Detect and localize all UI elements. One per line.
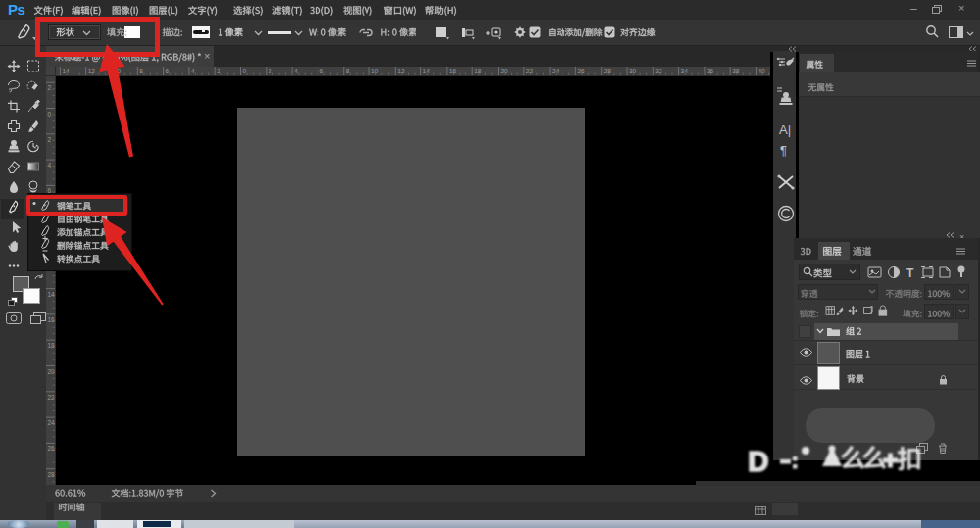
- svg-text:36: 36: [707, 68, 714, 74]
- svg-text:18: 18: [474, 68, 482, 74]
- svg-text:8: 8: [346, 68, 350, 74]
- svg-text:D: D: [748, 445, 769, 477]
- svg-text:12: 12: [397, 68, 405, 74]
- svg-text:10: 10: [114, 68, 122, 74]
- svg-text:¶: ¶: [780, 143, 787, 158]
- svg-text:2: 2: [48, 84, 52, 91]
- svg-text:16: 16: [48, 316, 56, 323]
- svg-text:34: 34: [681, 68, 689, 74]
- svg-text:A|: A|: [779, 122, 791, 137]
- svg-text:14: 14: [62, 68, 70, 74]
- svg-text:6: 6: [166, 68, 170, 74]
- svg-text:4: 4: [191, 68, 195, 74]
- svg-text:20: 20: [501, 68, 509, 74]
- svg-text:22: 22: [48, 394, 56, 401]
- svg-text:0: 0: [48, 111, 52, 118]
- svg-text:30: 30: [629, 68, 637, 74]
- svg-text:28: 28: [48, 471, 56, 478]
- svg-text:2: 2: [48, 136, 52, 143]
- svg-text:6: 6: [319, 68, 323, 74]
- svg-text:16: 16: [449, 68, 457, 74]
- svg-text:20: 20: [48, 368, 56, 375]
- svg-text:32: 32: [655, 68, 662, 74]
- svg-text:4: 4: [294, 68, 298, 74]
- svg-text:0: 0: [243, 68, 247, 74]
- svg-text:18: 18: [48, 342, 56, 349]
- svg-text:22: 22: [526, 68, 534, 74]
- svg-text:24: 24: [48, 419, 56, 426]
- svg-text:26: 26: [577, 68, 585, 74]
- svg-text:40: 40: [759, 68, 766, 74]
- svg-text:26: 26: [48, 445, 56, 452]
- svg-text:4: 4: [48, 162, 52, 168]
- svg-text:T: T: [906, 266, 914, 279]
- svg-text:14: 14: [423, 68, 431, 74]
- svg-text:14: 14: [48, 291, 56, 298]
- svg-text:12: 12: [88, 68, 96, 74]
- svg-text:24: 24: [552, 68, 560, 74]
- svg-text:10: 10: [371, 68, 379, 74]
- svg-text:28: 28: [604, 68, 612, 74]
- svg-text:38: 38: [732, 68, 740, 74]
- svg-text:8: 8: [139, 68, 143, 74]
- svg-text:2: 2: [217, 68, 220, 74]
- svg-text:2: 2: [269, 68, 272, 74]
